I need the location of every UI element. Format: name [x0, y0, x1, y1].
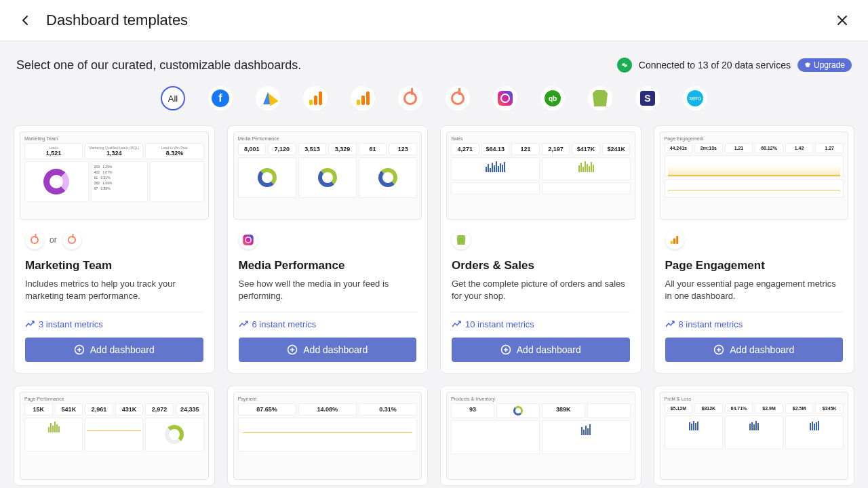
- add-dashboard-button[interactable]: Add dashboard: [665, 338, 844, 362]
- subtitle: Select one of our curated, customizable …: [16, 58, 301, 73]
- card-description: See how well the media in your feed is p…: [239, 278, 417, 302]
- filter-row: All f qb S xero: [0, 83, 868, 125]
- card-title: Media Performance: [239, 259, 417, 272]
- preview-thumbnail: Payment 87.65% 14.08% 0.31%: [233, 392, 422, 480]
- card-title: Orders & Sales: [452, 259, 630, 272]
- card-description: All your essential page engagement metri…: [665, 278, 844, 302]
- instagram-icon: [498, 91, 513, 106]
- card-description: Includes metrics to help you track your …: [25, 278, 203, 302]
- filter-shopify[interactable]: [588, 86, 612, 110]
- filter-facebook[interactable]: f: [208, 86, 233, 110]
- preview-thumbnail: Sales 4,271 $64.13 121 2,197 $417K $241K: [446, 131, 635, 220]
- template-card-products-inventory[interactable]: Products & Inventory 93 389K: [440, 386, 642, 486]
- add-dashboard-button[interactable]: Add dashboard: [239, 338, 417, 362]
- facebook-icon: f: [212, 89, 229, 107]
- upgrade-button[interactable]: Upgrade: [797, 58, 852, 72]
- shopify-icon: [593, 90, 608, 106]
- source-hubspot-icon: [25, 230, 44, 249]
- google-analytics-icon: [309, 92, 322, 105]
- instant-metrics-link[interactable]: 8 instant metrics: [665, 319, 844, 329]
- card-title: Marketing Team: [25, 259, 203, 272]
- template-card-page-performance[interactable]: Page Performance 15K 541K 2,961 431K 2,9…: [14, 386, 215, 486]
- hubspot-marketing-icon: [451, 92, 465, 105]
- add-dashboard-button[interactable]: Add dashboard: [25, 338, 203, 362]
- preview-thumbnail: Profit & Loss $5.12M $812K 64.71% $2.9M …: [660, 392, 849, 480]
- template-card-orders-sales[interactable]: Sales 4,271 $64.13 121 2,197 $417K $241K…: [440, 125, 642, 373]
- preview-thumbnail: Media Performance 8,001 7,120 3,513 3,32…: [233, 131, 422, 220]
- filter-xero[interactable]: xero: [683, 86, 707, 110]
- filter-google-analytics-4[interactable]: [351, 86, 375, 110]
- close-button[interactable]: [833, 11, 852, 30]
- preview-thumbnail: Page Performance 15K 541K 2,961 431K 2,9…: [20, 392, 209, 480]
- add-dashboard-button[interactable]: Add dashboard: [452, 338, 630, 362]
- preview-thumbnail: Page Engagement 44.241s 2m:13s 1.21 60.1…: [660, 131, 849, 220]
- google-analytics-4-icon: [357, 92, 370, 105]
- filter-stripe[interactable]: S: [635, 86, 660, 110]
- link-icon: [617, 58, 632, 73]
- source-instagram-icon: [239, 230, 258, 249]
- or-label: or: [50, 235, 57, 245]
- source-hubspot-marketing-icon: [62, 230, 81, 249]
- google-ads-icon: [263, 92, 273, 104]
- back-button[interactable]: [16, 11, 35, 30]
- filter-google-analytics[interactable]: [303, 86, 328, 110]
- card-title: Page Engagement: [665, 259, 844, 272]
- connection-text: Connected to 13 of 20 data services: [639, 60, 791, 70]
- xero-icon: xero: [687, 90, 703, 106]
- template-card-profit-loss[interactable]: Profit & Loss $5.12M $812K 64.71% $2.9M …: [654, 386, 855, 486]
- filter-hubspot-marketing[interactable]: [446, 86, 470, 110]
- filter-instagram[interactable]: [493, 86, 517, 110]
- page-title: Dashboard templates: [46, 12, 833, 29]
- hubspot-icon: [403, 92, 417, 105]
- preview-thumbnail: Products & Inventory 93 389K: [446, 392, 635, 480]
- template-card-page-engagement[interactable]: Page Engagement 44.241s 2m:13s 1.21 60.1…: [654, 125, 855, 373]
- filter-google-ads[interactable]: [256, 86, 280, 110]
- template-card-payment[interactable]: Payment 87.65% 14.08% 0.31%: [227, 386, 429, 486]
- preview-thumbnail: Marketing Team Leads1,521 Marketing Qual…: [20, 131, 209, 220]
- stripe-icon: S: [640, 91, 655, 106]
- source-shopify-icon: [452, 230, 471, 249]
- filter-quickbooks[interactable]: qb: [540, 86, 565, 110]
- instant-metrics-link[interactable]: 6 instant metrics: [239, 319, 417, 329]
- template-card-media-performance[interactable]: Media Performance 8,001 7,120 3,513 3,32…: [227, 125, 429, 373]
- template-card-marketing-team[interactable]: Marketing Team Leads1,521 Marketing Qual…: [14, 125, 215, 373]
- card-description: Get the complete picture of orders and s…: [452, 278, 630, 302]
- quickbooks-icon: qb: [545, 90, 561, 106]
- instant-metrics-link[interactable]: 10 instant metrics: [452, 319, 630, 329]
- filter-hubspot[interactable]: [398, 86, 422, 110]
- filter-all[interactable]: All: [161, 86, 185, 110]
- source-google-analytics-icon: [665, 230, 684, 249]
- instant-metrics-link[interactable]: 3 instant metrics: [25, 319, 203, 329]
